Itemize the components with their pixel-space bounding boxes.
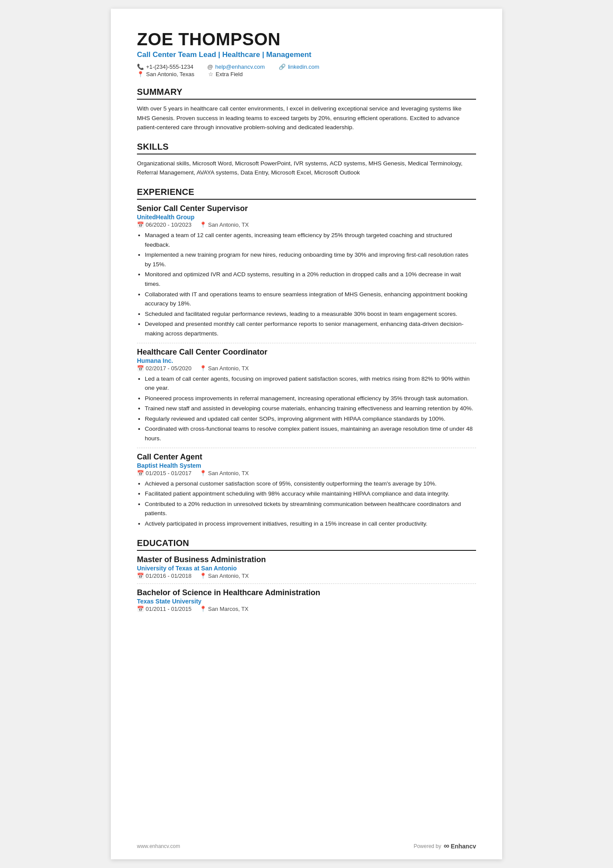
skills-section: SKILLS Organizational skills, Microsoft … bbox=[137, 142, 476, 178]
list-item: Monitored and optimized IVR and ACD syst… bbox=[145, 270, 476, 288]
star-icon: ☆ bbox=[208, 71, 213, 77]
edu-1-dates: 📅 01/2016 - 01/2018 bbox=[137, 573, 192, 579]
edu-1: Master of Business Administration Univer… bbox=[137, 555, 476, 579]
summary-text: With over 5 years in healthcare call cen… bbox=[137, 104, 476, 132]
location-contact: 📍 San Antonio, Texas bbox=[137, 71, 194, 77]
job-2-meta: 📅 02/2017 - 05/2020 📍 San Antonio, TX bbox=[137, 365, 476, 372]
powered-by-text: Powered by bbox=[413, 843, 441, 849]
list-item: Collaborated with IT and operations team… bbox=[145, 290, 476, 308]
footer: www.enhancv.com Powered by ∞ Enhancv bbox=[137, 841, 476, 851]
edu-1-school: University of Texas at San Antonio bbox=[137, 565, 476, 572]
calendar-icon-5: 📅 bbox=[137, 606, 144, 612]
candidate-name: ZOE THOMPSON bbox=[137, 30, 476, 49]
job-3-title: Call Center Agent bbox=[137, 452, 476, 462]
job-3-meta: 📅 01/2015 - 01/2017 📍 San Antonio, TX bbox=[137, 470, 476, 476]
infinity-icon: ∞ bbox=[444, 841, 450, 851]
list-item: Regularly reviewed and updated call cent… bbox=[145, 414, 476, 424]
footer-brand: Powered by ∞ Enhancv bbox=[413, 841, 476, 851]
list-item: Implemented a new training program for n… bbox=[145, 250, 476, 269]
edu-2-degree: Bachelor of Science in Healthcare Admini… bbox=[137, 588, 476, 597]
summary-section: SUMMARY With over 5 years in healthcare … bbox=[137, 87, 476, 132]
extra-field: Extra Field bbox=[216, 71, 243, 77]
experience-title: EXPERIENCE bbox=[137, 187, 476, 200]
job-3-dates: 📅 01/2015 - 01/2017 bbox=[137, 470, 192, 476]
calendar-icon-3: 📅 bbox=[137, 470, 144, 476]
phone-contact: 📞 +1-(234)-555-1234 bbox=[137, 64, 193, 70]
list-item: Developed and presented monthly call cen… bbox=[145, 319, 476, 338]
job-2-title: Healthcare Call Center Coordinator bbox=[137, 348, 476, 357]
job-1-meta: 📅 06/2020 - 10/2023 📍 San Antonio, TX bbox=[137, 221, 476, 228]
phone-icon: 📞 bbox=[137, 64, 144, 70]
edu-2-meta: 📅 01/2011 - 01/2015 📍 San Marcos, TX bbox=[137, 606, 476, 612]
job-1-title: Senior Call Center Supervisor bbox=[137, 204, 476, 213]
job-divider-1 bbox=[137, 343, 476, 343]
edu-2-location: 📍 San Marcos, TX bbox=[200, 606, 249, 612]
job-1: Senior Call Center Supervisor UnitedHeal… bbox=[137, 204, 476, 338]
list-item: Actively participated in process improve… bbox=[145, 519, 476, 529]
calendar-icon-2: 📅 bbox=[137, 365, 144, 372]
edu-2: Bachelor of Science in Healthcare Admini… bbox=[137, 588, 476, 612]
list-item: Led a team of call center agents, focusi… bbox=[145, 374, 476, 393]
linkedin-url: linkedin.com bbox=[288, 64, 319, 70]
edu-2-dates: 📅 01/2011 - 01/2015 bbox=[137, 606, 192, 612]
enhancv-logo: ∞ Enhancv bbox=[444, 841, 476, 851]
edu-1-degree: Master of Business Administration bbox=[137, 555, 476, 564]
list-item: Scheduled and facilitated regular perfor… bbox=[145, 309, 476, 319]
resume-page: ZOE THOMPSON Call Center Team Lead | Hea… bbox=[111, 9, 502, 859]
job-1-bullets: Managed a team of 12 call center agents,… bbox=[137, 231, 476, 338]
pin-icon-4: 📍 bbox=[200, 573, 207, 579]
job-1-location: 📍 San Antonio, TX bbox=[200, 221, 249, 228]
list-item: Managed a team of 12 call center agents,… bbox=[145, 231, 476, 249]
pin-icon-5: 📍 bbox=[200, 606, 207, 612]
job-2: Healthcare Call Center Coordinator Human… bbox=[137, 348, 476, 443]
list-item: Facilitated patient appointment scheduli… bbox=[145, 489, 476, 499]
job-3-location: 📍 San Antonio, TX bbox=[200, 470, 249, 476]
header: ZOE THOMPSON Call Center Team Lead | Hea… bbox=[137, 30, 476, 77]
job-3-bullets: Achieved a personal customer satisfactio… bbox=[137, 479, 476, 529]
edu-1-location: 📍 San Antonio, TX bbox=[200, 573, 249, 579]
job-divider-2 bbox=[137, 448, 476, 448]
pin-icon-2: 📍 bbox=[200, 365, 207, 372]
email-address: help@enhancv.com bbox=[215, 64, 265, 70]
list-item: Achieved a personal customer satisfactio… bbox=[145, 479, 476, 489]
brand-name: Enhancv bbox=[451, 843, 476, 850]
edu-2-school: Texas State University bbox=[137, 598, 476, 605]
job-3: Call Center Agent Baptist Health System … bbox=[137, 452, 476, 529]
edu-1-meta: 📅 01/2016 - 01/2018 📍 San Antonio, TX bbox=[137, 573, 476, 579]
pin-icon-3: 📍 bbox=[200, 470, 207, 476]
phone-number: +1-(234)-555-1234 bbox=[146, 64, 193, 70]
job-2-company: Humana Inc. bbox=[137, 357, 476, 364]
candidate-title: Call Center Team Lead | Healthcare | Man… bbox=[137, 50, 476, 59]
experience-section: EXPERIENCE Senior Call Center Supervisor… bbox=[137, 187, 476, 529]
job-1-dates: 📅 06/2020 - 10/2023 bbox=[137, 221, 192, 228]
skills-title: SKILLS bbox=[137, 142, 476, 154]
job-1-company: UnitedHealth Group bbox=[137, 214, 476, 221]
list-item: Pioneered process improvements in referr… bbox=[145, 394, 476, 403]
extra-contact: ☆ Extra Field bbox=[208, 71, 243, 77]
linkedin-contact: 🔗 linkedin.com bbox=[279, 64, 319, 70]
footer-website: www.enhancv.com bbox=[137, 843, 180, 849]
list-item: Contributed to a 20% reduction in unreso… bbox=[145, 499, 476, 518]
contact-row-2: 📍 San Antonio, Texas ☆ Extra Field bbox=[137, 71, 476, 77]
job-2-dates: 📅 02/2017 - 05/2020 bbox=[137, 365, 192, 372]
job-2-location: 📍 San Antonio, TX bbox=[200, 365, 249, 372]
pin-icon-1: 📍 bbox=[200, 221, 207, 228]
job-2-bullets: Led a team of call center agents, focusi… bbox=[137, 374, 476, 443]
education-title: EDUCATION bbox=[137, 538, 476, 551]
email-contact: @ help@enhancv.com bbox=[207, 64, 265, 70]
summary-title: SUMMARY bbox=[137, 87, 476, 100]
location-icon: 📍 bbox=[137, 71, 144, 77]
job-3-company: Baptist Health System bbox=[137, 462, 476, 469]
contact-row-1: 📞 +1-(234)-555-1234 @ help@enhancv.com 🔗… bbox=[137, 64, 476, 70]
skills-text: Organizational skills, Microsoft Word, M… bbox=[137, 159, 476, 178]
calendar-icon-1: 📅 bbox=[137, 221, 144, 228]
list-item: Coordinated with cross-functional teams … bbox=[145, 424, 476, 443]
education-section: EDUCATION Master of Business Administrat… bbox=[137, 538, 476, 612]
link-icon: 🔗 bbox=[279, 64, 286, 70]
list-item: Trained new staff and assisted in develo… bbox=[145, 404, 476, 413]
edu-divider-1 bbox=[137, 583, 476, 584]
location-text: San Antonio, Texas bbox=[146, 71, 194, 77]
calendar-icon-4: 📅 bbox=[137, 573, 144, 579]
email-icon: @ bbox=[207, 64, 213, 70]
